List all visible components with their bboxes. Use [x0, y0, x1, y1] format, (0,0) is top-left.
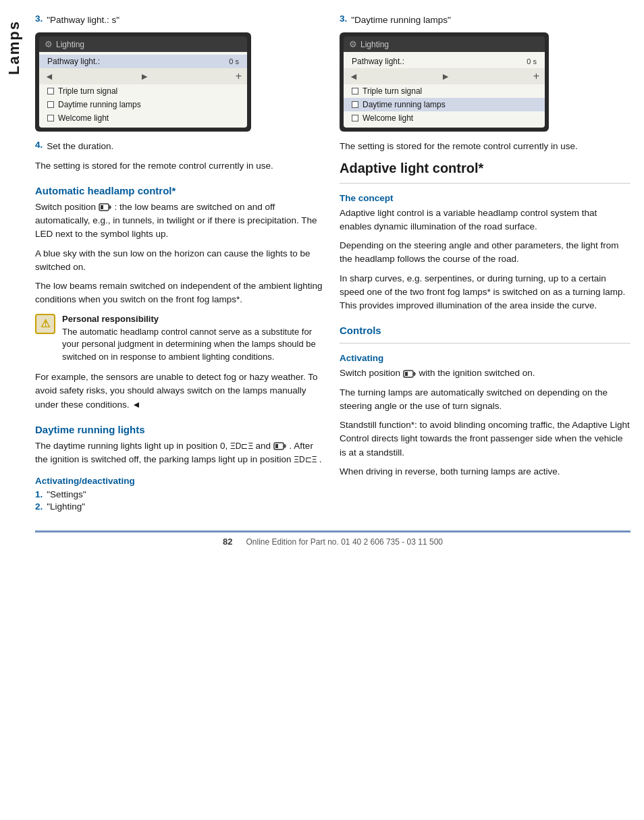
step3-left-number: 3. [35, 13, 43, 24]
screen-header-right: ⚙ Lighting [344, 36, 545, 52]
auto-p3: The low beams remain switched on indepen… [35, 279, 326, 307]
checkbox-welcome-left [47, 115, 54, 121]
auto-p1a-text: Switch position [35, 202, 99, 212]
right-column: 3. "Daytime running lamps" ⚙ Lighting Pa… [340, 13, 630, 517]
nav-row-right: ◄ ► + [344, 68, 545, 84]
concept-p1: Adaptive light control is a variable hea… [340, 207, 630, 234]
daytime-p1d: . [319, 454, 322, 464]
step3-right-number: 3. [340, 13, 347, 24]
step4-row: 4. Set the duration. [35, 140, 326, 153]
step4-number: 4. [35, 140, 43, 150]
warning-text: The automatic headlamp control cannot se… [62, 326, 326, 364]
nav-row-left: ◄ ► + [39, 68, 247, 84]
pathway-label-right: Pathway light.: [352, 57, 522, 66]
checkbox-triple-left [47, 88, 54, 94]
page-number: 82 [223, 537, 232, 547]
triple-label-left: Triple turn signal [58, 86, 239, 96]
activating-p1: Switch position with the ignition switch… [340, 366, 630, 380]
screen-inner-left: ⚙ Lighting Pathway light.: 0 s ◄ ► [39, 36, 247, 128]
sidebar: Lamps [0, 0, 28, 820]
daytime-switch-icon [273, 441, 287, 451]
auto-p4: For example, the sensors are unable to d… [35, 371, 326, 412]
nav-arrow-right-left: ► [140, 71, 149, 82]
screen-row-welcome-left: Welcome light [39, 111, 247, 125]
list-text-1: "Settings" [47, 489, 86, 499]
list-text-2: "Lighting" [47, 501, 85, 512]
adaptive-big-heading: Adaptive light control* [340, 161, 630, 176]
sidebar-label: Lamps [5, 20, 23, 75]
footer-text: Online Edition for Part no. 01 40 2 606 … [246, 537, 443, 547]
list-item-2: 2. "Lighting" [35, 501, 326, 512]
daytime-p1b: and [256, 441, 271, 451]
auto-p2: A blue sky with the sun low on the horiz… [35, 247, 326, 275]
concept-p2: Depending on the steering angle and othe… [340, 239, 630, 267]
activating-deactivating-heading: Activating/deactivating [35, 476, 326, 486]
daytime-p1a: The daytime running lights light up in p… [35, 441, 227, 451]
screen-header-label-left: Lighting [56, 40, 84, 49]
page-footer: 82 Online Edition for Part no. 01 40 2 6… [35, 530, 630, 547]
checkbox-daytime-left [47, 101, 54, 108]
left-column: 3. "Pathway light.: s" ⚙ Lighting Path [35, 13, 326, 517]
concept-p3: In sharp curves, e.g. serpentines, or du… [340, 272, 630, 313]
screen-row-welcome-right: Welcome light [344, 111, 545, 125]
checkbox-triple-right [352, 88, 358, 94]
welcome-label-right: Welcome light [363, 113, 537, 123]
welcome-label-left: Welcome light [58, 113, 239, 123]
nav-arrow-left-left: ◄ [45, 71, 54, 82]
step3-left-row: 3. "Pathway light.: s" [35, 13, 326, 27]
concept-heading: The concept [340, 193, 630, 203]
screen-row-daytime-left: Daytime running lamps [39, 98, 247, 111]
two-column-layout: 3. "Pathway light.: s" ⚙ Lighting Path [35, 13, 630, 517]
screen-rows-right: Pathway light.: 0 s ◄ ► + Triple turn si… [344, 52, 545, 128]
nav-arrow-right-right: ► [441, 71, 450, 82]
screen-row-pathway-right: Pathway light.: 0 s [344, 55, 545, 68]
warning-triangle: ⚠ [41, 317, 50, 330]
screen-row-triple-right: Triple turn signal [344, 84, 545, 98]
warning-content: Personal responsibility The automatic he… [62, 314, 326, 364]
screen-header-label-right: Lighting [360, 40, 389, 49]
screen-rows-left: Pathway light.: 0 s ◄ ► + Triple turn si… [39, 52, 247, 128]
checkbox-welcome-right [352, 115, 358, 121]
pathway-value-right: 0 s [527, 57, 537, 65]
warning-title: Personal responsibility [62, 314, 326, 324]
lighting-icon-left: ⚙ [45, 39, 53, 49]
auto-p4-text: For example, the sensors are unable to d… [35, 372, 318, 410]
step4-text: Set the duration. [47, 140, 113, 153]
auto-p1: Switch position : the low beams are swit… [35, 200, 326, 242]
daytime-heading: Daytime running lights [35, 424, 326, 435]
warning-box: ⚠ Personal responsibility The automatic … [35, 314, 326, 364]
auto-heading: Automatic headlamp control* [35, 185, 326, 196]
stored-text-left: The setting is stored for the remote con… [35, 159, 326, 173]
screen-row-daytime-right: Daytime running lamps [344, 98, 545, 111]
lighting-icon-right: ⚙ [349, 39, 357, 49]
daytime-symbol1: ΞD⊏Ξ [230, 441, 256, 451]
divider-adaptive [340, 183, 630, 184]
triple-label-right: Triple turn signal [363, 86, 537, 96]
list-num-2: 2. [35, 501, 43, 512]
svg-rect-9 [405, 372, 408, 376]
pathway-value-left: 0 s [229, 57, 239, 65]
screen-header-left: ⚙ Lighting [39, 36, 247, 52]
warning-icon: ⚠ [35, 314, 55, 334]
auto-switch-icon [99, 202, 112, 213]
step3-right-text: "Daytime running lamps" [351, 13, 451, 27]
nav-plus-left: + [236, 70, 242, 82]
activating-p2: The turning lamps are automatically swit… [340, 386, 630, 414]
step3-left-text: "Pathway light.: s" [47, 13, 119, 27]
checkbox-daytime-right [352, 101, 358, 108]
activating-heading-right: Activating [340, 353, 630, 363]
screen-row-pathway-left: Pathway light.: 0 s [39, 55, 247, 68]
stored-text-right: The setting is stored for the remote con… [340, 140, 630, 153]
activating-p4: When driving in reverse, both turning la… [340, 465, 630, 479]
pathway-label-left: Pathway light.: [47, 57, 225, 66]
screen-mockup-left: ⚙ Lighting Pathway light.: 0 s ◄ ► [35, 32, 251, 132]
controls-heading: Controls [340, 325, 630, 336]
activating-p1b: with the ignition switched on. [419, 368, 535, 378]
back-arrow: ◄ [130, 400, 141, 410]
main-content: 3. "Pathway light.: s" ⚙ Lighting Path [28, 0, 644, 820]
step3-right-row: 3. "Daytime running lamps" [340, 13, 630, 27]
activating-p3: Standstill function*: to avoid blinding … [340, 418, 630, 460]
list-num-1: 1. [35, 489, 43, 499]
daytime-label-right: Daytime running lamps [363, 100, 537, 109]
divider-controls [340, 343, 630, 344]
